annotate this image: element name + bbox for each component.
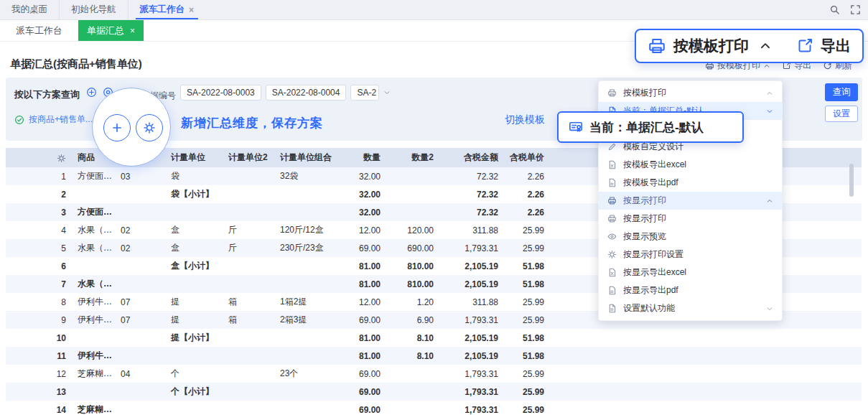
table-row[interactable]: 14芝麻糊（...69.001,793.3125.99 [6, 401, 862, 415]
check-circle-icon [14, 115, 24, 125]
menu-item[interactable]: 设置默认功能 [599, 299, 782, 317]
menu-item-label: 按显示预览 [623, 230, 666, 243]
table-cell-unit2 [224, 347, 276, 365]
table-cell-code [116, 401, 167, 415]
column-header[interactable]: 计量单位2 [224, 148, 276, 167]
switch-template-link[interactable]: 切换模板 [505, 113, 545, 126]
chevron-down-icon[interactable] [766, 108, 773, 115]
menu-item[interactable]: 按模板打印 [599, 84, 782, 102]
table-cell-qty2: 8.10 [385, 347, 438, 365]
table-cell-unit2 [224, 275, 276, 293]
menu-item[interactable]: 按模板导出excel [599, 156, 782, 174]
table-cell-qty: 32.00 [333, 203, 385, 221]
column-header[interactable]: 含税单价 [503, 148, 549, 167]
gear-icon[interactable] [57, 154, 66, 163]
column-header[interactable]: 含税金额 [438, 148, 503, 167]
table-cell-code [116, 185, 167, 203]
menu-item[interactable]: 按显示预览 [599, 228, 782, 246]
row-index-cell: 5 [6, 239, 73, 257]
print-by-template-label[interactable]: 按模板打印 [673, 36, 749, 56]
column-header[interactable]: 数量 [333, 148, 385, 167]
table-cell-amount: 72.32 [438, 203, 503, 221]
doc-no-chip[interactable]: SA-2022-08-0004 [266, 85, 347, 101]
chevron-up-icon[interactable] [766, 90, 773, 97]
table-row[interactable]: 13个【小计】69.001,793.3125.99 [6, 383, 862, 401]
doc-no-chip[interactable]: SA-2022-08-0003 [180, 85, 261, 101]
table-cell-unit [167, 401, 224, 415]
table-cell-qty2: 1.20 [385, 293, 438, 311]
current-template-label: 当前：单据汇总-默认 [589, 119, 704, 136]
table-cell-product [73, 185, 116, 203]
tour-tip-text: 新增汇总维度，保存方案 [181, 115, 323, 131]
printer-icon [607, 88, 617, 98]
table-cell-product: 方便面（单... [73, 203, 116, 221]
table-cell-qty2 [385, 185, 438, 203]
table-cell-code [116, 257, 167, 275]
add-dimension-button[interactable] [103, 114, 131, 141]
tab-dispatch-workbench[interactable]: 派车工作台 [0, 20, 78, 41]
table-cell-unit: 盒【小计】 [167, 257, 224, 275]
table-cell-product [73, 257, 116, 275]
top-tab-dispatch-workbench[interactable]: 派车工作台 × [128, 0, 206, 19]
settings-button[interactable]: 设置 [825, 106, 858, 122]
table-cell-unit2 [224, 383, 276, 401]
row-index-cell: 13 [6, 383, 73, 401]
chevron-up-icon[interactable] [763, 62, 770, 70]
app-window: 我的桌面 初始化导航 派车工作台 × 派车工作台 单据汇总 × 单据汇总(按商品… [0, 0, 868, 415]
export-label[interactable]: 导出 [821, 36, 851, 56]
table-row[interactable]: 11伊利牛奶（...81.008.102,105.1951.98 [6, 347, 862, 365]
badge-icon [569, 120, 583, 134]
table-cell-product: 伊利牛奶（... [73, 347, 116, 365]
table-cell-qty2 [385, 365, 438, 383]
tab-document-summary[interactable]: 单据汇总 × [78, 20, 144, 41]
table-cell-unit: 提【小计】 [167, 329, 224, 347]
column-header[interactable]: 计量单位组合 [276, 148, 333, 167]
doc-no-chip[interactable]: SA-2 [350, 85, 379, 101]
menu-item[interactable]: 按显示打印 [599, 210, 782, 228]
table-cell-unit2 [224, 185, 276, 203]
table-cell-qty: 81.00 [333, 329, 385, 347]
fullscreen-icon[interactable] [850, 4, 861, 15]
plus-icon [111, 121, 123, 134]
column-header[interactable]: 计量单位 [167, 148, 224, 167]
table-cell-product: 方便面（单) [73, 167, 116, 185]
row-index-cell: 7 [6, 275, 73, 293]
column-header[interactable]: 数量2 [385, 148, 438, 167]
top-tab-my-desktop[interactable]: 我的桌面 [0, 0, 59, 19]
menu-item[interactable]: 按显示打印 [599, 192, 782, 210]
chevron-up-icon[interactable] [759, 39, 772, 52]
table-cell-filler [549, 329, 862, 347]
close-icon[interactable]: × [130, 27, 135, 35]
table-cell-qty: 69.00 [333, 401, 385, 415]
save-scheme-settings-button[interactable] [136, 114, 163, 141]
menu-item[interactable]: 按显示导出pdf [599, 281, 782, 299]
active-scheme-label[interactable]: 按商品+销售单... [29, 113, 93, 126]
chevron-up-icon[interactable] [766, 197, 773, 205]
table-cell-qty: 81.00 [333, 257, 385, 275]
query-button[interactable]: 查询 [825, 83, 858, 101]
table-cell-product: 水果（浮动) [73, 221, 116, 239]
top-tab-init-navigation[interactable]: 初始化导航 [59, 0, 128, 19]
table-cell-code [116, 329, 167, 347]
menu-item[interactable]: 按显示导出excel [599, 264, 782, 281]
table-cell-filler [549, 383, 862, 401]
table-row[interactable]: 12芝麻糊（单)04个23个69.001,793.3125.99 [6, 365, 862, 383]
chevron-down-icon[interactable] [383, 89, 391, 96]
table-cell-unit [167, 275, 224, 293]
column-settings-header[interactable] [6, 148, 73, 167]
table-cell-amount: 1,793.31 [438, 365, 503, 383]
search-icon[interactable] [829, 4, 840, 15]
chevron-down-icon[interactable] [766, 305, 773, 312]
table-cell-unit2 [224, 401, 276, 415]
row-index-cell: 12 [6, 365, 73, 383]
menu-item[interactable]: 按显示打印设置 [599, 246, 782, 264]
table-cell-unit: 袋 [167, 167, 224, 185]
table-row[interactable]: 10提【小计】81.008.102,105.1951.98 [6, 329, 862, 347]
table-cell-product: 伊利牛奶（... [73, 293, 116, 311]
menu-item[interactable]: 按模板导出pdf [599, 174, 782, 192]
table-cell-combo: 23个 [276, 365, 333, 383]
vertical-scrollbar[interactable] [849, 164, 854, 197]
add-scheme-icon[interactable] [86, 87, 97, 98]
close-icon[interactable]: × [189, 6, 194, 14]
table-cell-combo [276, 203, 333, 221]
